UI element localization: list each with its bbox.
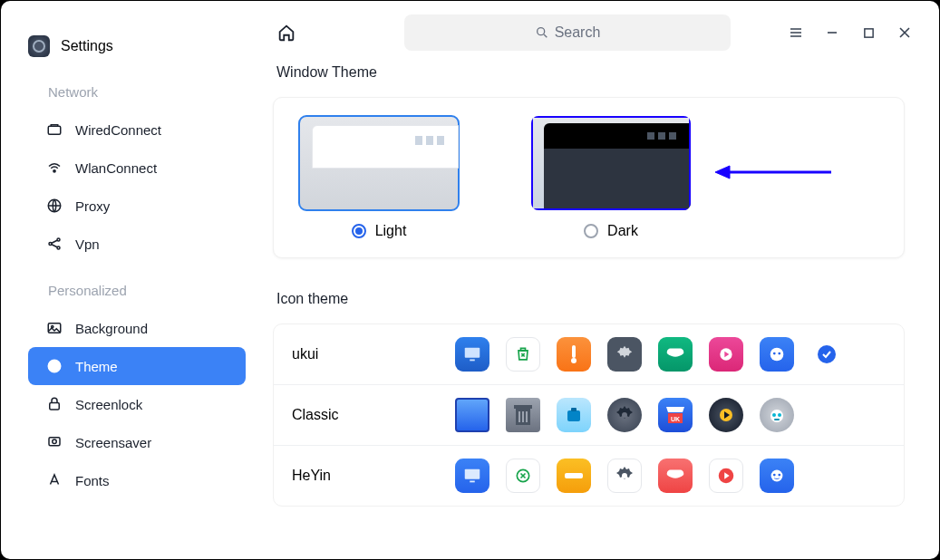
sidebar-item-proxy[interactable]: Proxy (28, 187, 246, 225)
svg-point-24 (770, 348, 784, 362)
play-icon (709, 398, 743, 432)
topbar: Search (255, 1, 939, 64)
svg-point-10 (56, 363, 58, 365)
svg-rect-31 (526, 411, 528, 422)
icon-theme-row-ukui[interactable]: ukui (274, 324, 904, 385)
svg-point-40 (772, 413, 776, 417)
close-button[interactable] (897, 25, 912, 40)
sidebar-item-wiredconnect[interactable]: WiredConnect (28, 111, 246, 149)
svg-point-47 (622, 473, 627, 478)
trash-icon (506, 459, 540, 493)
svg-point-15 (537, 28, 544, 35)
svg-rect-13 (49, 438, 60, 446)
sidebar-item-screenlock[interactable]: Screenlock (28, 385, 246, 423)
theme-option-dark[interactable]: Dark (531, 116, 691, 239)
nav-label: WiredConnect (75, 122, 161, 138)
radio-unchecked-icon (584, 224, 598, 238)
search-icon (535, 25, 549, 40)
menu-button[interactable] (789, 25, 803, 40)
svg-point-5 (57, 246, 60, 249)
svg-point-20 (571, 358, 577, 363)
maximize-button[interactable] (861, 25, 876, 40)
home-icon (276, 23, 296, 43)
nav-label: Screenlock (75, 397, 142, 412)
settings-window: Settings Network WiredConnect WlanConnec… (1, 1, 939, 559)
svg-rect-16 (864, 28, 872, 36)
icon-theme-section: Icon theme ukui (273, 291, 905, 507)
card-icon (557, 459, 591, 493)
trash-icon (506, 398, 540, 432)
svg-text:UK: UK (671, 416, 680, 422)
light-theme-radio-row: Light (352, 223, 407, 239)
trash-icon (506, 337, 540, 372)
svg-rect-18 (470, 360, 475, 362)
font-icon (46, 472, 63, 488)
sidebar-section-personalized: Personalized (48, 283, 246, 298)
dark-theme-radio-row: Dark (584, 223, 638, 239)
icon-preview-set (455, 459, 794, 493)
screensaver-icon (46, 434, 63, 450)
app-title: Settings (28, 35, 246, 57)
wifi-icon (46, 159, 63, 176)
icon-theme-label: ukui (292, 346, 446, 362)
svg-point-34 (622, 412, 627, 418)
light-theme-label: Light (375, 223, 407, 239)
icon-theme-card: ukui Classic (273, 323, 905, 507)
svg-point-3 (49, 243, 52, 246)
icon-preview-set (455, 337, 836, 372)
svg-rect-30 (522, 411, 524, 422)
nav-label: Screensaver (75, 435, 151, 450)
radio-checked-icon (352, 224, 366, 238)
light-theme-preview (299, 116, 459, 210)
window-controls (789, 25, 912, 40)
svg-rect-44 (470, 481, 475, 483)
sidebar-section-network: Network (48, 84, 246, 100)
theme-option-light[interactable]: Light (299, 116, 459, 239)
main-panel: Search Window Theme Light (255, 1, 939, 559)
nav-label: Fonts (75, 473, 110, 488)
lock-icon (46, 396, 63, 412)
nav-label: Theme (75, 359, 118, 374)
search-input[interactable]: Search (404, 14, 731, 51)
svg-rect-29 (518, 411, 520, 422)
gear-icon (607, 398, 642, 432)
gear-icon (607, 337, 642, 372)
sidebar-item-background[interactable]: Background (28, 309, 246, 347)
palette-icon (46, 358, 63, 374)
svg-point-9 (52, 363, 53, 365)
nav-label: Vpn (75, 237, 100, 252)
sidebar-item-vpn[interactable]: Vpn (28, 225, 246, 263)
nav-label: Background (75, 321, 148, 336)
content-pane[interactable]: Window Theme Light (255, 64, 939, 554)
sidebar-item-screensaver[interactable]: Screensaver (28, 423, 246, 461)
svg-point-52 (778, 474, 780, 477)
robot-icon (760, 459, 794, 493)
minimize-button[interactable] (825, 25, 839, 40)
dark-theme-label: Dark (607, 223, 638, 239)
robot-icon (760, 398, 794, 432)
image-icon (46, 320, 63, 336)
sidebar: Settings Network WiredConnect WlanConnec… (1, 1, 255, 559)
gear-icon (607, 459, 642, 493)
robot-icon (760, 337, 794, 372)
sidebar-item-wlanconnect[interactable]: WlanConnect (28, 149, 246, 187)
play-icon (709, 337, 743, 372)
icon-theme-label: HeYin (292, 468, 446, 484)
svg-point-50 (771, 470, 783, 482)
icon-theme-row-heyin[interactable]: HeYin (274, 446, 904, 506)
home-button[interactable] (273, 19, 300, 46)
app-title-label: Settings (61, 38, 113, 54)
sidebar-item-fonts[interactable]: Fonts (28, 461, 246, 499)
svg-rect-42 (774, 419, 780, 420)
svg-rect-33 (571, 408, 577, 411)
share-icon (46, 236, 63, 252)
sidebar-item-theme[interactable]: Theme (28, 347, 246, 385)
bag-icon (658, 459, 693, 493)
svg-point-51 (773, 474, 776, 477)
window-theme-card: Light Dark (273, 97, 905, 258)
icon-preview-set: UK (455, 398, 794, 432)
dark-theme-preview (531, 116, 691, 210)
check-icon (818, 345, 836, 363)
icon-theme-row-classic[interactable]: Classic UK (274, 385, 904, 446)
bag-icon (658, 337, 693, 372)
